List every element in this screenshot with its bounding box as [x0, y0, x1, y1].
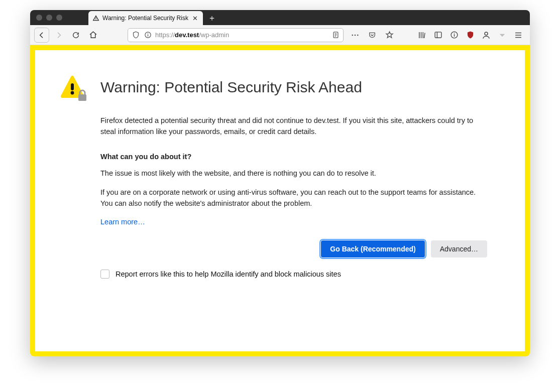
svg-point-22: [71, 91, 74, 95]
page-title: Warning: Potential Security Risk Ahead: [100, 78, 362, 96]
hero: Warning: Potential Security Risk Ahead: [60, 75, 493, 103]
ublock-shield-icon[interactable]: [465, 30, 476, 41]
error-page: Warning: Potential Security Risk Ahead F…: [35, 50, 525, 351]
tab-strip: Warning: Potential Security Risk ✕ ＋: [88, 10, 219, 25]
reader-mode-icon[interactable]: [331, 31, 340, 40]
svg-rect-12: [435, 32, 441, 38]
minimize-window-button[interactable]: [46, 15, 52, 21]
window-controls: [30, 10, 68, 25]
chevron-down-icon[interactable]: [497, 30, 508, 41]
extension-info-icon[interactable]: [449, 30, 460, 41]
go-back-button[interactable]: Go Back (Recommended): [321, 240, 424, 257]
bookmark-star-button[interactable]: [382, 28, 397, 43]
svg-point-11: [357, 34, 359, 36]
tab-title: Warning: Potential Security Risk: [102, 15, 188, 22]
paragraph-issue: The issue is most likely with the websit…: [100, 168, 487, 179]
svg-rect-0: [95, 18, 96, 19]
site-info-icon[interactable]: [143, 31, 152, 40]
report-errors-checkbox[interactable]: [100, 270, 109, 279]
library-button[interactable]: [416, 30, 427, 41]
svg-rect-23: [78, 94, 86, 101]
button-row: Go Back (Recommended) Advanced…: [100, 240, 487, 257]
back-button[interactable]: [34, 28, 49, 43]
svg-point-10: [355, 34, 356, 36]
toolbar-right: [416, 30, 526, 41]
report-errors-label: Report errors like this to help Mozilla …: [116, 270, 341, 278]
svg-rect-3: [147, 34, 148, 36]
tab-close-icon[interactable]: ✕: [191, 15, 199, 22]
hamburger-menu-button[interactable]: [513, 30, 524, 41]
warning-lock-icon: [60, 75, 88, 103]
url-text[interactable]: https://dev.test/wp-admin: [155, 31, 328, 39]
page-actions-button[interactable]: [348, 28, 363, 43]
warning-triangle-icon: [92, 15, 99, 22]
navbar: https://dev.test/wp-admin: [30, 25, 530, 45]
advanced-button[interactable]: Advanced…: [431, 240, 487, 257]
titlebar: Warning: Potential Security Risk ✕ ＋: [30, 10, 530, 25]
svg-rect-1: [95, 19, 96, 20]
paragraph-threat: Firefox detected a potential security th…: [100, 115, 487, 138]
new-tab-button[interactable]: ＋: [205, 11, 219, 25]
url-bar[interactable]: https://dev.test/wp-admin: [128, 28, 344, 42]
svg-rect-4: [147, 33, 148, 34]
paragraph-corporate: If you are on a corporate network or usi…: [100, 187, 487, 209]
content-frame: Warning: Potential Security Risk Ahead F…: [30, 45, 530, 356]
browser-window: Warning: Potential Security Risk ✕ ＋: [30, 10, 530, 356]
maximize-window-button[interactable]: [56, 15, 62, 21]
subheading-what-can-you-do: What can you do about it?: [100, 152, 487, 163]
learn-more-link[interactable]: Learn more…: [100, 218, 145, 226]
svg-rect-16: [454, 33, 454, 33]
reload-button[interactable]: [68, 28, 83, 43]
body-column: Firefox detected a potential security th…: [100, 115, 487, 279]
report-row: Report errors like this to help Mozilla …: [100, 270, 487, 279]
svg-rect-21: [71, 83, 74, 90]
svg-point-17: [485, 32, 488, 35]
svg-point-9: [352, 34, 353, 36]
svg-rect-15: [454, 34, 454, 37]
tracking-protection-icon[interactable]: [131, 31, 140, 40]
close-window-button[interactable]: [36, 15, 42, 21]
home-button[interactable]: [85, 28, 100, 43]
tab-current[interactable]: Warning: Potential Security Risk ✕: [88, 11, 203, 25]
forward-button: [51, 28, 66, 43]
account-button[interactable]: [481, 30, 492, 41]
pocket-button[interactable]: [365, 28, 380, 43]
sidebar-button[interactable]: [432, 30, 443, 41]
